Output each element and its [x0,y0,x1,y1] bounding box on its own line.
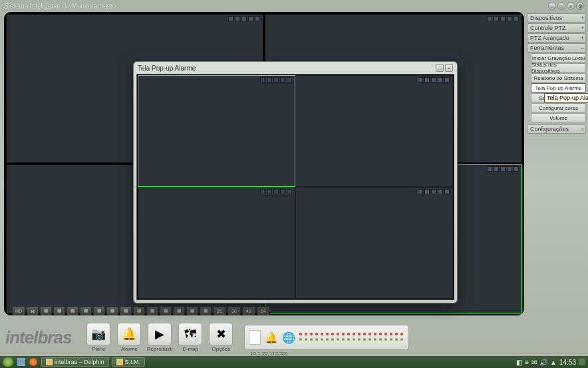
show-desktop-icon[interactable] [579,359,585,365]
tools-icon: ✖ [209,323,233,345]
tool-relatorio-sistema[interactable]: Relatório do Sistema [531,73,586,83]
window-min-button[interactable]: – [548,2,556,10]
layout-64-button[interactable]: 64 [257,306,270,315]
modal-close-button[interactable]: × [445,64,453,72]
alarm-pane-3[interactable] [138,187,295,299]
tray-icon[interactable]: ▲ [550,359,557,366]
plano-button[interactable]: 📷Plano [84,323,112,352]
tool-iniciar-gravacao[interactable]: Iniciar Gravação Local [531,53,586,63]
layout-btn[interactable]: ▦ [120,306,132,315]
tool-status-dispositivos[interactable]: Status dos Dispositivos [531,63,586,73]
led-grid [299,333,404,342]
alarm-popup-window: Tela Pop-up Alarme □ × [133,61,458,303]
map-icon: 🗺 [178,323,202,345]
window-close-button[interactable]: × [567,2,575,10]
modal-max-button[interactable]: □ [436,64,444,72]
tool-tela-popup-alarme[interactable]: Tela Pop-up Alarme [531,83,586,92]
status-panel: 🔔 🌐 [244,325,409,350]
app-title: Sistema Inteligente de Monitoramento [4,3,116,10]
panel-dispositivos[interactable]: Dispositivos+ [527,13,586,23]
alarm-pane-1[interactable] [138,75,295,187]
volume-icon[interactable]: 🔊 [539,359,547,366]
tray-icon[interactable]: ◧ [516,359,522,366]
layout-btn[interactable]: ▦ [160,306,172,315]
alarm-pane-2[interactable] [295,75,453,187]
play-icon: ▶ [148,323,172,345]
layout-btn[interactable]: ▦ [186,306,198,315]
folder-icon [46,359,53,365]
layout-btn[interactable]: ▦ [93,306,105,315]
layout-36-button[interactable]: 36 [227,306,241,315]
opcoes-button[interactable]: ✖Opções [207,323,235,352]
window-max-button[interactable]: □ [557,2,565,10]
tooltip: Tela Pop-up Alarme [544,93,588,102]
layout-btn[interactable]: ▦ [80,306,92,315]
modal-title: Tela Pop-up Alarme [138,65,196,72]
tool-configurar-cores[interactable]: Configurar cores [531,103,586,112]
app-bar: intelbras 📷Plano 🔔Alarme ▶Reproduzir 🗺E-… [0,318,588,357]
chevron-icon: ≡ [581,126,584,132]
tool-volume[interactable]: Volume [531,113,586,122]
os-taskbar: intelbras – Dolphin S.I.M. ◧ ≡ ✉ 🔊 ▲ 14:… [0,356,588,368]
chevron-icon: + [581,15,584,21]
layout-btn[interactable]: ▦ [200,306,212,315]
layout-btn[interactable]: ▦ [133,306,145,315]
bell-icon: 🔔 [117,323,141,345]
taskbar-clock[interactable]: 14:53 [559,359,576,366]
bell-icon: 🔔 [265,331,278,344]
chevron-icon: + [581,25,584,31]
reproduzir-button[interactable]: ▶Reproduzir [146,323,174,352]
layout-btn[interactable]: ▦ [173,306,185,315]
layout-btn[interactable]: ▦ [146,306,158,315]
layout-25-button[interactable]: 25 [213,306,226,315]
panel-controle-ptz[interactable]: Controle PTZ+ [527,23,586,33]
layout-btn[interactable]: ▦ [40,306,52,315]
layout-btn[interactable]: ▦ [106,306,118,315]
camera-icon: 📷 [86,323,110,345]
modal-body [136,74,454,300]
globe-icon: 🌐 [282,331,295,344]
sidebar: Dispositivos+ Controle PTZ+ PTZ Avançado… [527,12,588,315]
chevron-icon: – [581,45,584,51]
tray-icon[interactable]: ✉ [531,359,537,366]
layout-btn[interactable]: ▦ [53,306,65,315]
layout-toolbar: HD ⏯ ▦ ▦ ▦ ▦ ▦ ▦ ▦ ▦ ▦ ▦ ▦ ▦ ▦ 25 36 49 … [12,306,270,315]
device-icon [249,330,261,345]
panel-configuracoes[interactable]: Configurações≡ [527,124,586,134]
layout-btn[interactable]: ⏯ [27,306,39,315]
panel-ferramentas[interactable]: Ferramentas– [527,43,586,53]
start-button[interactable] [3,357,13,367]
alarm-pane-4[interactable] [295,187,453,299]
layout-hd-button[interactable]: HD [12,306,25,315]
alarme-button[interactable]: 🔔Alarme [115,323,143,352]
emap-button[interactable]: 🗺E-map [176,323,204,352]
app-icon [116,359,123,365]
firefox-icon[interactable] [29,358,37,366]
app-launcher-icon[interactable] [17,358,25,366]
tray-icon[interactable]: ≡ [525,359,529,366]
layout-49-button[interactable]: 49 [242,306,255,315]
layout-btn[interactable]: ▦ [67,306,78,315]
brand-logo: intelbras [5,327,71,348]
chevron-icon: + [581,35,584,41]
panel-ptz-avancado[interactable]: PTZ Avançado+ [527,33,586,43]
taskbar-task[interactable]: intelbras – Dolphin [41,357,109,367]
app-titlebar: Sistema Inteligente de Monitoramento – □… [0,0,588,12]
modal-titlebar[interactable]: Tela Pop-up Alarme □ × [134,62,457,74]
window-settings-button[interactable]: ⚙ [576,2,584,10]
taskbar-task[interactable]: S.I.M. [112,357,146,367]
system-tray: ◧ ≡ ✉ 🔊 ▲ [516,359,557,366]
